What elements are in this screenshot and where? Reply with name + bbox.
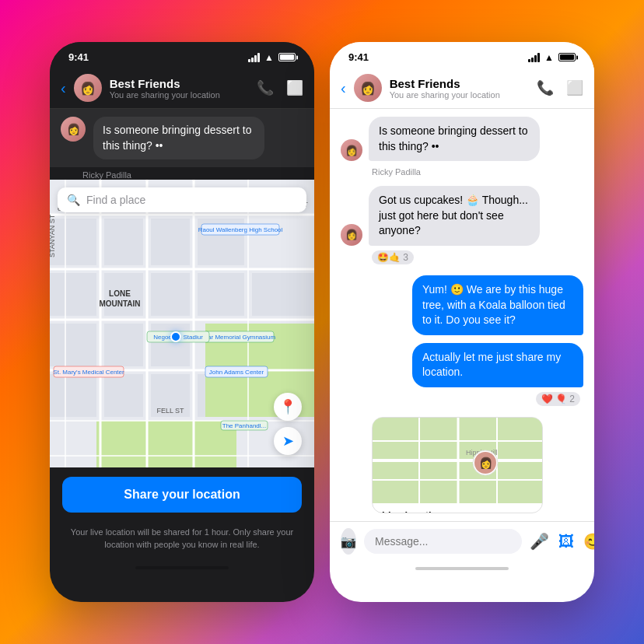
search-icon: 🔍: [67, 194, 80, 206]
chat-bubble-1: Is someone bringing dessert to this thin…: [369, 117, 540, 161]
right-battery-fill: [560, 54, 574, 60]
right-nav-bar: ‹ 👩 Best Friends You are sharing your lo…: [330, 68, 594, 109]
svg-text:MOUNTAIN: MOUNTAIN: [99, 299, 140, 308]
location-card: Hippie Hill 👩 Live location Lydie Rosale…: [372, 417, 543, 513]
svg-rect-1: [50, 219, 96, 265]
chat-message-2: 👩 Got us cupcakes! 🧁 Though... just got …: [341, 186, 583, 246]
right-time: 9:41: [348, 51, 369, 63]
svg-text:The Panhandl...: The Panhandl...: [222, 422, 266, 429]
image-icon[interactable]: 🖼: [558, 533, 574, 551]
chat-bubble-4: Actually let me just share my location.: [412, 343, 583, 387]
location-map-thumbnail: Hippie Hill 👩: [373, 418, 542, 503]
left-map-container: 🔍 Find a place: [50, 180, 314, 467]
right-nav-actions: 📞 ⬜: [537, 79, 583, 96]
map-search-placeholder: Find a place: [86, 194, 145, 206]
svg-text:War Memorial Gymnasium: War Memorial Gymnasium: [202, 334, 276, 341]
svg-rect-12: [151, 324, 190, 366]
left-nav-avatar: 👩: [74, 74, 102, 102]
svg-text:STANYAN ST: STANYAN ST: [50, 215, 56, 258]
right-nav-subtitle: You are sharing your location: [390, 90, 529, 100]
left-message-preview: 👩 Is someone bringing dessert to this th…: [50, 109, 314, 167]
svg-rect-9: [252, 273, 314, 316]
right-bottom-bar: 📷 🎤 🖼 😊: [330, 521, 594, 561]
map-search-bar[interactable]: 🔍 Find a place: [58, 187, 306, 212]
share-location-button[interactable]: Share your location: [62, 477, 302, 513]
microphone-icon[interactable]: 🎤: [530, 532, 549, 551]
right-nav-name: Best Friends: [390, 77, 529, 90]
reaction-row-4: ❤️ 🎈 2: [341, 392, 583, 406]
svg-text:FELL ST: FELL ST: [156, 407, 184, 415]
left-msg-bubble: Is someone bringing dessert to this thin…: [93, 117, 264, 159]
location-card-info: Live location Lydie Rosales is sharing: [373, 503, 542, 513]
left-nav-info: Best Friends You are sharing your locati…: [110, 77, 249, 100]
svg-rect-8: [198, 273, 244, 316]
right-status-icons: ▲: [528, 52, 576, 63]
svg-rect-3: [151, 219, 190, 265]
camera-button[interactable]: 📷: [341, 528, 356, 555]
compass-icon: ➤: [282, 432, 294, 450]
map-compass-icon[interactable]: ➤: [274, 427, 302, 455]
chat-sender-1: Ricky Padilla: [341, 167, 583, 177]
right-battery-icon: [558, 53, 576, 61]
avatar-image: 👩: [74, 74, 102, 102]
location-mini-map: Hippie Hill 👩: [373, 418, 542, 503]
left-call-icon[interactable]: 📞: [257, 79, 274, 96]
left-phone: 9:41 ▲ ‹ 👩 Best Friends You are sharing …: [50, 42, 314, 602]
signal-icon: [248, 53, 260, 62]
chat-message-4: Actually let me just share my location.: [341, 343, 583, 387]
share-button-area: Share your location: [50, 467, 314, 522]
left-msg-sender: Ricky Padilla: [50, 170, 314, 180]
left-status-bar: 9:41 ▲: [50, 42, 314, 68]
right-wifi-icon: ▲: [544, 52, 554, 63]
battery-icon: [278, 53, 296, 61]
svg-text:👩: 👩: [479, 457, 493, 470]
camera-icon: 📷: [341, 534, 356, 549]
right-phone: 9:41 ▲ ‹ 👩 Best Friends You are sharing …: [330, 42, 594, 602]
right-call-icon[interactable]: 📞: [537, 79, 554, 96]
svg-text:St. Mary's Medical Center: St. Mary's Medical Center: [53, 369, 124, 376]
pin-icon: 📍: [279, 398, 296, 415]
bottom-action-icons: 🎤 🖼 😊: [530, 532, 594, 551]
svg-rect-13: [50, 374, 96, 417]
svg-rect-10: [50, 324, 96, 366]
chat-bubble-2: Got us cupcakes! 🧁 Though... just got he…: [369, 186, 540, 246]
left-video-icon[interactable]: ⬜: [286, 79, 303, 96]
right-back-button[interactable]: ‹: [341, 79, 346, 97]
map-svg: LONE MOUNTAIN TURK BLVD FELL ST INDUO-ST…: [50, 180, 314, 467]
chat-avatar-1: 👩: [341, 139, 362, 161]
location-card-title: Live location: [382, 509, 533, 513]
left-msg-avatar: 👩: [61, 117, 86, 142]
right-video-icon[interactable]: ⬜: [566, 79, 583, 96]
reaction-row-2: 🤩🤙 3: [341, 250, 583, 264]
right-home-indicator: [330, 561, 594, 576]
reaction-badge-4: ❤️ 🎈 2: [536, 392, 580, 406]
right-home-bar: [415, 567, 509, 570]
svg-rect-14: [104, 374, 143, 417]
map-pin-icon[interactable]: 📍: [274, 393, 302, 421]
right-status-bar: 9:41 ▲: [330, 42, 594, 68]
left-nav-name: Best Friends: [110, 77, 249, 90]
svg-rect-5: [50, 273, 96, 316]
svg-text:LONE: LONE: [109, 289, 131, 298]
chat-scroll: 👩 Is someone bringing dessert to this th…: [330, 109, 594, 521]
reaction-badge-2: 🤩🤙 3: [372, 250, 414, 264]
svg-text:John Adams Center: John Adams Center: [209, 369, 264, 376]
left-back-button[interactable]: ‹: [61, 79, 66, 97]
right-nav-avatar: 👩: [354, 74, 382, 102]
message-input[interactable]: [364, 529, 522, 554]
home-bar: [135, 566, 229, 569]
svg-text:Raoul Wallenberg High School: Raoul Wallenberg High School: [198, 226, 283, 233]
left-home-indicator: [50, 560, 314, 576]
chat-bubble-3: Yum! 🙂 We are by this huge tree, with a …: [412, 275, 583, 335]
chat-avatar-2: 👩: [341, 224, 362, 246]
left-nav-subtitle: You are sharing your location: [110, 90, 249, 100]
svg-rect-7: [151, 273, 190, 316]
share-disclaimer-text: Your live location will be shared for 1 …: [50, 522, 314, 560]
svg-rect-11: [104, 324, 143, 366]
sticker-icon[interactable]: 😊: [583, 532, 594, 551]
svg-rect-2: [104, 219, 143, 265]
right-signal-icon: [528, 53, 540, 62]
right-avatar-image: 👩: [354, 74, 382, 102]
chat-message-1: 👩 Is someone bringing dessert to this th…: [341, 117, 583, 161]
left-nav-actions: 📞 ⬜: [257, 79, 303, 96]
